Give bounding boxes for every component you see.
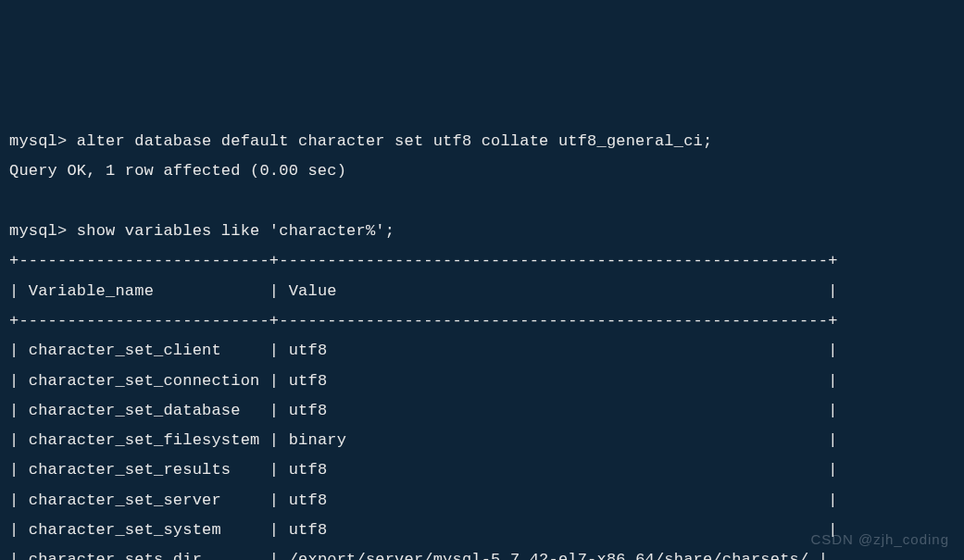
table-border-mid: +--------------------------+------------… [9,312,838,330]
watermark: CSDN @zjh_coding [810,527,949,554]
command-2: show variables like 'character%'; [77,222,394,240]
cell-value: utf8 [289,342,328,359]
column-header-value: Value [289,282,337,300]
table-row: | character_set_client | utf8 | [9,342,838,359]
table-row: | character_set_results | utf8 | [9,461,838,479]
cell-value: utf8 [289,461,328,479]
cell-value: utf8 [289,372,328,390]
cell-value: utf8 [289,402,328,419]
prompt: mysql> [9,222,67,240]
prompt: mysql> [9,132,67,150]
cell-name: character_set_results [29,461,231,479]
cell-name: character_sets_dir [29,551,202,560]
table-row: | character_set_system | utf8 | [9,521,838,539]
cell-name: character_set_filesystem [29,431,260,449]
terminal-output: mysql> alter database default character … [9,127,955,560]
cell-name: character_set_database [29,402,241,419]
cell-name: character_set_server [29,492,221,509]
cell-value: utf8 [289,492,328,509]
cell-name: character_set_client [29,342,221,359]
result-1: Query OK, 1 row affected (0.00 sec) [9,162,346,180]
cell-value: binary [289,431,346,449]
table-row: | character_set_connection | utf8 | [9,372,838,390]
cell-value: /export/server/mysql-5.7.42-el7-x86_64/s… [289,551,809,560]
table-row: | character_set_server | utf8 | [9,492,838,509]
table-header-row: | Variable_name | Value | [9,282,838,300]
table-row: | character_set_database | utf8 | [9,402,838,419]
column-header-name: Variable_name [29,282,154,300]
table-row: | character_set_filesystem | binary | [9,431,838,449]
table-border-top: +--------------------------+------------… [9,252,838,269]
cell-value: utf8 [289,521,328,539]
cell-name: character_set_system [29,521,221,539]
command-1: alter database default character set utf… [77,132,713,150]
table-row: | character_sets_dir | /export/server/my… [9,551,828,560]
cell-name: character_set_connection [29,372,260,390]
